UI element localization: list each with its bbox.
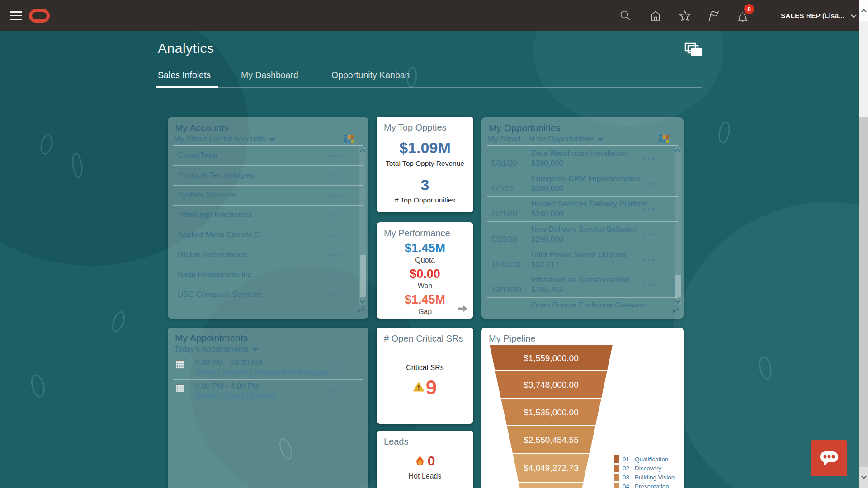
scroll-up-button[interactable] <box>859 0 868 21</box>
list-scrollbar[interactable] <box>675 147 681 305</box>
scroll-down-button[interactable] <box>859 467 868 488</box>
opportunity-list-item[interactable]: Infrastructure Transformation$705,45512/… <box>487 272 678 298</box>
funnel-segment[interactable] <box>518 482 584 488</box>
oracle-logo-icon[interactable] <box>29 9 50 23</box>
account-list-item[interactable]: Bada Restaurants Inc <box>173 265 363 285</box>
row-actions-menu[interactable] <box>326 232 341 238</box>
scrollbar-thumb[interactable] <box>675 275 681 297</box>
account-list-item[interactable]: Applied Micro Circuits C... <box>173 225 363 245</box>
row-actions-menu[interactable] <box>642 257 656 263</box>
account-list-item[interactable]: Pittsburgh Electronics <box>173 206 363 225</box>
list-scrollbar[interactable] <box>359 147 366 305</box>
row-actions-menu[interactable] <box>326 292 341 298</box>
filter-label: Today's Appointments <box>174 345 249 353</box>
scrollbar-thumb[interactable] <box>360 255 366 297</box>
analytics-page: 8 SALES REP (Lisa... Analytics Sales Inf… <box>0 0 868 488</box>
row-actions-menu[interactable] <box>326 192 341 198</box>
row-actions-menu[interactable] <box>642 155 656 161</box>
tab-my-dashboard[interactable]: My Dashboard <box>241 70 298 80</box>
appointments-list: 9:30 AM - 10:30 AMWeekly Forecast Review… <box>173 356 363 488</box>
opportunity-name: Open Source Exchange Gateway <box>531 301 645 307</box>
opportunity-name: New Delivery Service Software <box>531 225 637 234</box>
card-title: My Appointments <box>175 333 248 343</box>
card-title: My Top Oppties <box>384 122 447 133</box>
account-list-item[interactable]: CrowdTwist <box>173 146 363 166</box>
search-icon[interactable] <box>619 9 632 22</box>
row-actions-menu[interactable] <box>326 365 341 371</box>
hot-leads-count: 0 <box>377 453 473 469</box>
list-view-toggle-icon[interactable] <box>659 135 669 146</box>
calendar-icon <box>176 384 184 392</box>
row-actions-menu[interactable] <box>642 282 656 288</box>
list-view-toggle-icon[interactable] <box>344 135 354 146</box>
account-name: Pittsburgh Electronics <box>178 211 252 220</box>
row-actions-menu[interactable] <box>642 206 656 212</box>
home-icon[interactable] <box>649 9 662 22</box>
infolet-pages-icon[interactable] <box>684 42 703 60</box>
scrollbar-thumb[interactable] <box>859 117 868 467</box>
row-actions-menu[interactable] <box>326 153 341 159</box>
opportunity-name: Enterprise CRM Implementation <box>531 174 641 183</box>
opportunity-list-item[interactable]: Enterprise CRM Implementation$280,0005/7… <box>487 171 678 197</box>
user-menu[interactable]: SALES REP (Lisa... <box>781 12 855 20</box>
account-list-item[interactable]: System Solutions <box>173 186 363 206</box>
metric-value: $1.45M <box>377 241 473 255</box>
account-name: Applied Micro Circuits C... <box>178 230 266 239</box>
opportunity-list-item[interactable]: Ultra Power Server Upgrade$32,71711/13/2… <box>487 247 678 272</box>
row-actions-menu[interactable] <box>326 272 341 278</box>
calendar-icon <box>176 384 184 394</box>
drilldown-arrow-icon[interactable] <box>457 305 468 314</box>
row-actions-menu[interactable] <box>326 173 341 178</box>
tab-opportunity-kanban[interactable]: Opportunity Kanban <box>331 70 410 80</box>
account-list-item[interactable]: USC Computer Services <box>173 285 363 305</box>
opportunity-list-item[interactable]: Hosted Services Delivery Platform$240,00… <box>487 197 678 222</box>
row-actions-menu[interactable] <box>642 181 656 187</box>
opportunities-list: Data Warehouse Installation$280,0005/31/… <box>487 146 678 307</box>
funnel-segment-label: $1,535,000.00 <box>524 408 579 417</box>
flag-icon[interactable] <box>707 9 720 22</box>
expand-icon[interactable] <box>672 306 680 316</box>
account-name: CrowdTwist <box>178 151 217 160</box>
top-oppty-count: 3 <box>377 176 473 194</box>
appointment-list-item[interactable]: 9:30 AM - 10:30 AMWeekly Forecast Review… <box>173 356 363 380</box>
my-performance-infolet: My Performance $1.45MQuota$0.00Won$1.45M… <box>377 222 473 319</box>
account-name: USC Computer Services <box>178 290 261 299</box>
scroll-up-icon[interactable] <box>675 149 680 154</box>
appointment-list-item[interactable]: 3:00 PM - 4:00 PMWeekly Status Updates <box>173 380 363 403</box>
smart-list-dropdown[interactable]: My Smart List for Accounts <box>174 135 275 143</box>
expand-icon[interactable] <box>357 306 365 316</box>
chat-icon[interactable] <box>811 440 847 476</box>
legend-swatch <box>614 483 619 488</box>
critical-srs-count: 9 <box>377 376 473 399</box>
opportunity-list-item[interactable]: Data Warehouse Installation$280,0005/31/… <box>487 146 678 171</box>
count-value: 9 <box>426 376 437 399</box>
appointments-filter-dropdown[interactable]: Today's Appointments <box>174 345 259 353</box>
menu-icon[interactable] <box>10 11 22 20</box>
tab-sales-infolets[interactable]: Sales Infolets <box>158 70 211 80</box>
page-scrollbar[interactable] <box>859 0 868 488</box>
account-list-item[interactable]: Pinnacle Technologies <box>173 166 363 186</box>
smart-list-dropdown[interactable]: My Smart List for Opportunities <box>488 135 604 143</box>
account-name: Pinnacle Technologies <box>178 171 254 180</box>
global-header: 8 SALES REP (Lisa... <box>0 0 868 31</box>
opportunity-list-item[interactable]: New Delivery Service Software$290,0005/2… <box>487 222 678 247</box>
row-actions-menu[interactable] <box>326 388 341 394</box>
opportunity-date: 5/7/20 <box>491 184 513 193</box>
top-oppty-revenue: $1.09M <box>377 139 473 157</box>
opportunity-amount: $280,000 <box>531 159 563 168</box>
dropdown-arrow-icon <box>269 138 275 141</box>
scroll-down-icon[interactable] <box>675 298 680 303</box>
row-actions-menu[interactable] <box>326 212 341 218</box>
pipeline-legend: 01 - Qualification02 - Discovery03 - Bui… <box>614 455 675 488</box>
scroll-up-icon[interactable] <box>360 149 365 154</box>
opportunity-list-item[interactable]: Open Source Exchange Gateway <box>487 298 678 307</box>
card-title: My Performance <box>384 228 450 239</box>
row-actions-menu[interactable] <box>642 231 656 237</box>
legend-item: 04 - Presentation <box>614 482 675 488</box>
star-icon[interactable] <box>679 9 691 22</box>
dropdown-arrow-icon <box>597 138 604 141</box>
scroll-down-icon[interactable] <box>360 298 365 303</box>
account-list-item[interactable]: Global Technologies <box>173 245 363 265</box>
metric-label: Won <box>377 282 473 290</box>
row-actions-menu[interactable] <box>326 252 341 258</box>
